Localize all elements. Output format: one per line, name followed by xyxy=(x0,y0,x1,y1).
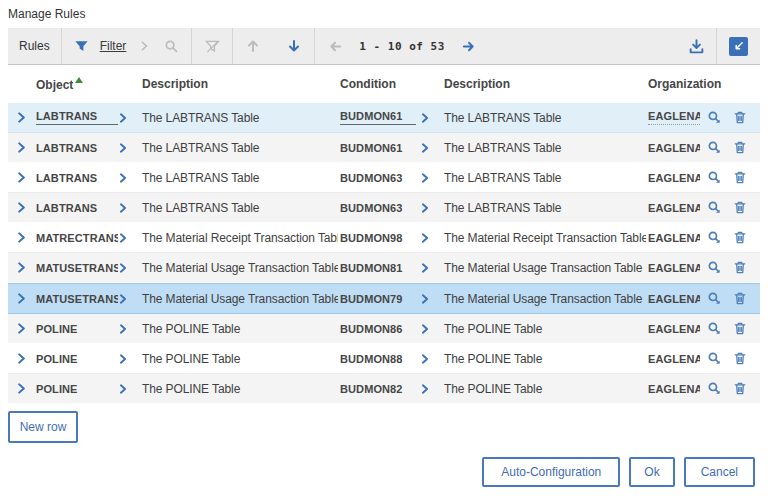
delete-row-icon[interactable] xyxy=(733,381,747,396)
detail-search-icon[interactable] xyxy=(707,381,722,396)
filter-link[interactable]: Filter xyxy=(100,39,127,53)
object-detail-icon[interactable] xyxy=(118,143,128,153)
detail-search-icon[interactable] xyxy=(707,321,722,336)
organization-cell[interactable]: EAGLENA xyxy=(646,232,700,244)
column-header-description2[interactable]: Description xyxy=(442,77,646,91)
column-header-organization[interactable]: Organization xyxy=(646,77,700,91)
expand-row-icon[interactable] xyxy=(16,232,27,243)
object-detail-icon[interactable] xyxy=(118,384,128,394)
next-page-icon[interactable] xyxy=(460,37,478,55)
ok-button[interactable]: Ok xyxy=(629,457,674,487)
table-row[interactable]: MATRECTRANS The Material Receipt Transac… xyxy=(8,223,760,253)
object-detail-icon[interactable] xyxy=(118,203,128,213)
table-row[interactable]: POLINE The POLINE Table BUDMON88 The POL… xyxy=(8,344,760,374)
table-row[interactable]: LABTRANS The LABTRANS Table BUDMON63 The… xyxy=(8,193,760,223)
detail-search-icon[interactable] xyxy=(707,260,722,275)
object-cell[interactable]: LABTRANS xyxy=(34,142,118,154)
object-detail-icon[interactable] xyxy=(118,354,128,364)
detail-search-icon[interactable] xyxy=(707,170,722,185)
object-detail-icon[interactable] xyxy=(118,324,128,334)
condition-cell[interactable]: BUDMON98 xyxy=(338,232,420,244)
organization-cell[interactable]: EAGLENA xyxy=(646,293,700,305)
condition-detail-icon[interactable] xyxy=(420,113,430,123)
column-header-condition[interactable]: Condition xyxy=(338,77,420,91)
organization-cell[interactable]: EAGLENA xyxy=(646,142,700,154)
delete-row-icon[interactable] xyxy=(733,170,747,185)
condition-cell[interactable]: BUDMON63 xyxy=(338,202,420,214)
organization-cell[interactable]: EAGLENA xyxy=(646,262,700,274)
object-detail-icon[interactable] xyxy=(118,233,128,243)
object-cell[interactable]: LABTRANS xyxy=(34,202,118,214)
object-cell[interactable]: POLINE xyxy=(34,383,118,395)
restore-dialog-icon[interactable] xyxy=(729,37,748,56)
condition-cell[interactable]: BUDMON61 xyxy=(338,110,420,125)
table-row[interactable]: LABTRANS The LABTRANS Table BUDMON63 The… xyxy=(8,163,760,193)
expand-row-icon[interactable] xyxy=(16,323,27,334)
table-row[interactable]: POLINE The POLINE Table BUDMON82 The POL… xyxy=(8,374,760,404)
detail-search-icon[interactable] xyxy=(707,140,722,155)
filter-icon[interactable] xyxy=(73,37,91,55)
detail-search-icon[interactable] xyxy=(707,200,722,215)
cancel-button[interactable]: Cancel xyxy=(684,457,755,487)
table-row[interactable]: LABTRANS The LABTRANS Table BUDMON61 The… xyxy=(8,103,760,133)
delete-row-icon[interactable] xyxy=(733,351,747,366)
detail-search-icon[interactable] xyxy=(707,351,722,366)
condition-cell[interactable]: BUDMON61 xyxy=(338,142,420,154)
delete-row-icon[interactable] xyxy=(733,230,747,245)
condition-cell[interactable]: BUDMON88 xyxy=(338,353,420,365)
condition-detail-icon[interactable] xyxy=(420,203,430,213)
object-cell[interactable]: MATRECTRANS xyxy=(34,232,118,244)
expand-row-icon[interactable] xyxy=(16,353,27,364)
object-cell[interactable]: POLINE xyxy=(34,353,118,365)
object-cell[interactable]: MATUSETRANS xyxy=(34,293,118,305)
new-row-button[interactable]: New row xyxy=(8,411,78,443)
object-detail-icon[interactable] xyxy=(118,294,128,304)
object-cell[interactable]: MATUSETRANS xyxy=(34,262,118,274)
condition-detail-icon[interactable] xyxy=(420,354,430,364)
column-header-description[interactable]: Description xyxy=(140,77,338,91)
organization-cell[interactable]: EAGLENA xyxy=(646,110,700,125)
condition-detail-icon[interactable] xyxy=(420,173,430,183)
object-detail-icon[interactable] xyxy=(118,173,128,183)
object-detail-icon[interactable] xyxy=(118,263,128,273)
expand-row-icon[interactable] xyxy=(16,293,27,304)
condition-cell[interactable]: BUDMON86 xyxy=(338,323,420,335)
condition-detail-icon[interactable] xyxy=(420,324,430,334)
download-icon[interactable] xyxy=(687,37,705,55)
condition-detail-icon[interactable] xyxy=(420,143,430,153)
delete-row-icon[interactable] xyxy=(733,291,747,306)
move-down-icon[interactable] xyxy=(285,37,303,55)
object-cell[interactable]: LABTRANS xyxy=(34,110,118,125)
condition-detail-icon[interactable] xyxy=(420,294,430,304)
detail-search-icon[interactable] xyxy=(707,230,722,245)
delete-row-icon[interactable] xyxy=(733,200,747,215)
expand-row-icon[interactable] xyxy=(16,383,27,394)
auto-configuration-button[interactable]: Auto-Configuration xyxy=(482,457,620,487)
delete-row-icon[interactable] xyxy=(733,321,747,336)
table-row[interactable]: LABTRANS The LABTRANS Table BUDMON61 The… xyxy=(8,133,760,163)
delete-row-icon[interactable] xyxy=(733,110,747,125)
expand-row-icon[interactable] xyxy=(16,172,27,183)
expand-row-icon[interactable] xyxy=(16,262,27,273)
expand-row-icon[interactable] xyxy=(16,112,27,123)
table-row[interactable]: POLINE The POLINE Table BUDMON86 The POL… xyxy=(8,314,760,344)
delete-row-icon[interactable] xyxy=(733,140,747,155)
column-header-object[interactable]: Object xyxy=(34,77,118,92)
organization-cell[interactable]: EAGLENA xyxy=(646,353,700,365)
organization-cell[interactable]: EAGLENA xyxy=(646,383,700,395)
condition-detail-icon[interactable] xyxy=(420,233,430,243)
condition-cell[interactable]: BUDMON81 xyxy=(338,262,420,274)
condition-cell[interactable]: BUDMON79 xyxy=(338,293,420,305)
condition-detail-icon[interactable] xyxy=(420,384,430,394)
object-detail-icon[interactable] xyxy=(118,113,128,123)
condition-detail-icon[interactable] xyxy=(420,263,430,273)
expand-row-icon[interactable] xyxy=(16,202,27,213)
object-cell[interactable]: LABTRANS xyxy=(34,172,118,184)
organization-cell[interactable]: EAGLENA xyxy=(646,172,700,184)
table-row[interactable]: MATUSETRANS The Material Usage Transacti… xyxy=(8,283,760,314)
expand-row-icon[interactable] xyxy=(16,142,27,153)
organization-cell[interactable]: EAGLENA xyxy=(646,323,700,335)
object-cell[interactable]: POLINE xyxy=(34,323,118,335)
condition-cell[interactable]: BUDMON63 xyxy=(338,172,420,184)
delete-row-icon[interactable] xyxy=(733,260,747,275)
